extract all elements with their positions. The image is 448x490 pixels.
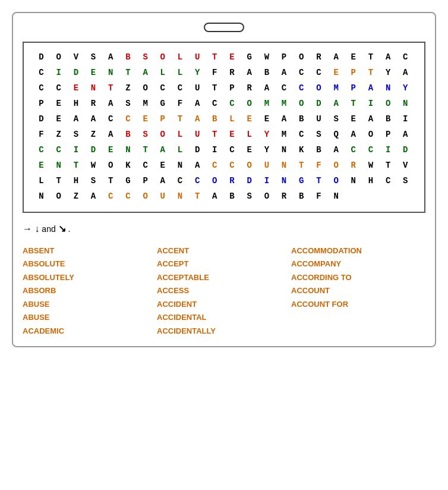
cell-11-5: C xyxy=(120,189,137,205)
cell-0-1: O xyxy=(51,50,67,65)
cell-9-11: W xyxy=(362,158,379,174)
cell-2-14: O xyxy=(137,81,154,96)
cell-10-10: N xyxy=(276,174,293,189)
cell-2-16: C xyxy=(172,81,188,96)
cell-10-3: A xyxy=(154,174,171,189)
word-item: ACCEPTABLE xyxy=(157,272,291,284)
puzzle-grid-container: DOVSABSOLUTEGWPORAETACCIDENTALLYFRABACCE… xyxy=(23,42,425,213)
cell-5-1: A xyxy=(86,112,102,127)
cell-0-17: A xyxy=(328,50,345,65)
cell-11-14: R xyxy=(276,189,293,205)
cell-8-5: A xyxy=(328,143,345,158)
cell-11-10: A xyxy=(207,189,223,205)
cell-4-16: D xyxy=(33,112,50,127)
cell-11-3: A xyxy=(86,189,102,205)
cell-5-12: A xyxy=(276,112,293,127)
word-item: ACADEMIC xyxy=(23,325,157,337)
cell-0-6: S xyxy=(137,50,154,65)
cell-9-0: N xyxy=(172,158,188,174)
cell-11-6: O xyxy=(137,189,154,205)
word-item: ACCORDING TO xyxy=(291,272,425,284)
cell-0-2: V xyxy=(68,50,84,65)
cell-4-1: G xyxy=(154,96,171,112)
cell-6-10: L xyxy=(172,127,188,143)
cell-10-13: O xyxy=(328,174,345,189)
cell-7-1: Q xyxy=(328,127,345,143)
cell-8-15: K xyxy=(120,158,137,174)
outer-border: DOVSABSOLUTEGWPORAETACCIDENTALLYFRABACCE… xyxy=(12,12,436,347)
cell-9-6: N xyxy=(276,158,293,174)
cell-3-9: A xyxy=(362,81,379,96)
cell-1-7: E xyxy=(86,65,102,81)
instructions: → ↓ and ↘ . xyxy=(23,221,425,237)
cell-4-11: A xyxy=(328,96,345,112)
cell-8-16: C xyxy=(137,158,154,174)
cell-8-10: E xyxy=(33,158,50,174)
cell-7-5: A xyxy=(397,127,414,143)
cell-7-6: C xyxy=(33,143,50,158)
cell-3-6: O xyxy=(311,81,327,96)
arrow-diagonal: ↘ xyxy=(58,224,66,234)
cell-11-2: Z xyxy=(68,189,84,205)
cell-2-8: C xyxy=(33,81,50,96)
cell-2-10: E xyxy=(68,81,84,96)
cell-3-13: E xyxy=(51,96,67,112)
cell-5-9: L xyxy=(224,112,241,127)
cell-11-12: S xyxy=(241,189,258,205)
word-column-1: ACCENTACCEPTACCEPTABLEACCESSACCIDENTACCI… xyxy=(157,245,291,337)
word-item: ABSOLUTELY xyxy=(23,272,157,284)
cell-3-16: A xyxy=(103,96,119,112)
cell-2-9: C xyxy=(51,81,67,96)
cell-9-2: C xyxy=(207,158,223,174)
cell-3-12: P xyxy=(33,96,50,112)
cell-5-14: U xyxy=(311,112,327,127)
arrow-right: → xyxy=(23,224,34,234)
cell-5-16: E xyxy=(345,112,362,127)
cell-7-13: A xyxy=(154,143,171,158)
cell-9-8: F xyxy=(311,158,327,174)
cell-7-17: C xyxy=(224,143,241,158)
cell-10-9: I xyxy=(258,174,275,189)
cell-6-5: Z xyxy=(86,127,102,143)
cell-4-0: M xyxy=(137,96,154,112)
cell-9-3: C xyxy=(224,158,241,174)
cell-5-7: A xyxy=(190,112,206,127)
cell-10-17: S xyxy=(397,174,414,189)
cell-3-1: P xyxy=(224,81,241,96)
cell-3-4: C xyxy=(276,81,293,96)
cell-0-5: B xyxy=(120,50,137,65)
cell-0-12: G xyxy=(241,50,258,65)
cell-5-8: B xyxy=(207,112,223,127)
cell-3-17: S xyxy=(120,96,137,112)
cell-1-13: Y xyxy=(190,65,206,81)
cell-1-8: N xyxy=(103,65,119,81)
cell-6-11: U xyxy=(190,127,206,143)
cell-4-12: T xyxy=(345,96,362,112)
cell-2-13: Z xyxy=(120,81,137,96)
cell-5-15: S xyxy=(328,112,345,127)
cell-7-14: L xyxy=(172,143,188,158)
cell-5-17: A xyxy=(362,112,379,127)
cell-4-10: D xyxy=(311,96,327,112)
cell-8-3: K xyxy=(294,143,310,158)
cell-1-2: A xyxy=(380,50,397,65)
cell-0-15: O xyxy=(294,50,310,65)
cell-9-5: U xyxy=(258,158,275,174)
cell-4-17: E xyxy=(51,112,67,127)
cell-0-8: L xyxy=(172,50,188,65)
cell-3-2: R xyxy=(241,81,258,96)
cell-10-8: D xyxy=(241,174,258,189)
cell-7-3: O xyxy=(362,127,379,143)
cell-2-12: T xyxy=(103,81,119,96)
cell-4-6: O xyxy=(241,96,258,112)
cell-1-12: L xyxy=(172,65,188,81)
cell-4-7: M xyxy=(258,96,275,112)
word-lists: ABSENTABSOLUTEABSOLUTELYABSORBABUSEABUSE… xyxy=(23,245,425,337)
cell-9-17: S xyxy=(86,174,102,189)
cell-6-15: Y xyxy=(258,127,275,143)
cell-0-16: R xyxy=(311,50,327,65)
cell-3-0: T xyxy=(207,81,223,96)
word-column-0: ABSENTABSOLUTEABSOLUTELYABSORBABUSEABUSE… xyxy=(23,245,157,337)
cell-9-1: A xyxy=(190,158,206,174)
cell-2-5: T xyxy=(362,65,379,81)
